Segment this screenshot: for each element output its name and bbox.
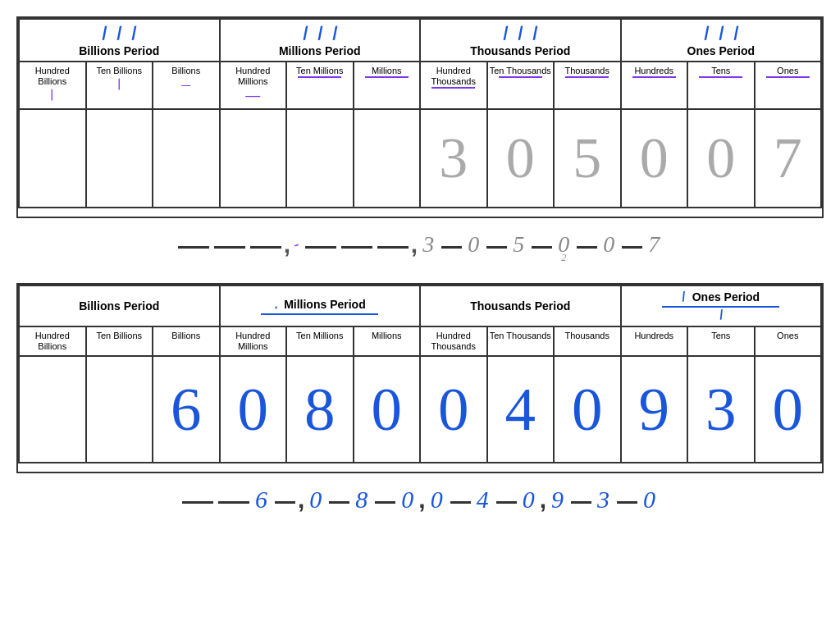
- thousands-period-1: / / / Thousands Period: [420, 19, 621, 62]
- digit-ten-billions-1: [86, 109, 153, 208]
- millions-period-2: . Millions Period: [220, 285, 421, 326]
- digit-hundred-millions-1: [220, 109, 287, 208]
- col-tens-2: Tens: [687, 326, 755, 356]
- col-ones-1: Ones: [755, 62, 822, 109]
- blank-5: [341, 240, 372, 249]
- blank2-8: [571, 495, 591, 504]
- number-line-2: 6 , 0 8 0 , 0 4 0 , 9 3 0: [25, 486, 815, 514]
- col-hundreds-2: Hundreds: [621, 326, 688, 356]
- digit-ones-2: 0: [755, 356, 822, 463]
- thousands-period-2: Thousands Period: [420, 285, 621, 326]
- digit-ones-1: 7: [755, 109, 822, 208]
- digit-ten-millions-1: [286, 109, 354, 208]
- blank-9: [532, 240, 552, 249]
- col-hundred-thousands-2: Hundred Thousands: [420, 326, 487, 356]
- blank-8: [486, 240, 507, 249]
- digits-row-1: 3 0 5 0 0 7: [19, 109, 821, 208]
- blank2-4: [329, 495, 349, 504]
- digits-row-2: 6 0 8 0 0 4 0 9 3 0: [19, 356, 821, 463]
- place-value-table-1: / / / Billions Period / / / Millions Per…: [18, 18, 822, 208]
- digit-hundred-billions-1: [19, 109, 86, 208]
- blank2-3: [275, 495, 295, 504]
- blank-7: [441, 240, 462, 249]
- col-thousands-1: Thousands: [554, 62, 621, 109]
- col-ten-thousands-1: Ten Thousands: [487, 62, 555, 109]
- col-hundred-millions-2: Hundred Millions: [220, 326, 287, 356]
- blank-4: [305, 240, 336, 249]
- col-hundred-billions-2: Hundred Billions: [19, 326, 86, 356]
- period-header-row-2: Billions Period . Millions Period Thousa…: [19, 285, 821, 326]
- place-value-table-2: Billions Period . Millions Period Thousa…: [18, 285, 822, 463]
- ones-period-1: / / / Ones Period: [621, 19, 822, 62]
- digit-hundreds-1: 0: [621, 109, 688, 208]
- digit-billions-1: [153, 109, 220, 208]
- digit-tens-1: 0: [687, 109, 755, 208]
- col-ten-billions-2: Ten Billions: [86, 326, 153, 356]
- col-hundred-billions-1: Hundred Billions /: [19, 62, 86, 109]
- col-millions-2: Millions: [354, 326, 421, 356]
- digit-thousands-1: 5: [554, 109, 621, 208]
- period-header-row-1: / / / Billions Period / / / Millions Per…: [19, 19, 821, 62]
- digit-thousands-2: 0: [554, 356, 621, 463]
- blank2-7: [496, 495, 517, 504]
- digit-hundred-billions-2: [19, 356, 86, 463]
- billions-period-2: Billions Period: [19, 285, 220, 326]
- col-millions-1: Millions: [354, 62, 421, 109]
- digit-tens-2: 3: [687, 356, 755, 463]
- blank-3: [250, 240, 281, 249]
- digit-ten-thousands-1: 0: [487, 109, 555, 208]
- col-ten-millions-2: Ten Millions: [286, 326, 354, 356]
- col-billions-2: Billions: [153, 326, 220, 356]
- place-names-row-1: Hundred Billions / Ten Billions / Billio…: [19, 62, 821, 109]
- place-names-row-2: Hundred Billions Ten Billions Billions H…: [19, 326, 821, 356]
- digit-billions-2: 6: [153, 356, 220, 463]
- blank-10: [577, 240, 597, 249]
- billions-period-1: / / / Billions Period: [19, 19, 220, 62]
- number-line-1: , - , 3 0 5 0 2 0 7: [25, 231, 815, 258]
- digit-hundreds-2: 9: [621, 356, 688, 463]
- digit-ten-thousands-2: 4: [487, 356, 555, 463]
- blank2-6: [450, 495, 471, 504]
- digit-hundred-thousands-2: 0: [420, 356, 487, 463]
- blank-6: [377, 240, 409, 249]
- col-billions-1: Billions —: [153, 62, 220, 109]
- digit-millions-1: [354, 109, 421, 208]
- millions-period-1: / / / Millions Period: [220, 19, 421, 62]
- blank2-9: [617, 495, 637, 504]
- col-hundred-thousands-1: Hundred Thousands: [420, 62, 487, 109]
- col-ten-billions-1: Ten Billions /: [86, 62, 153, 109]
- ones-period-2: / Ones Period /: [621, 285, 822, 326]
- blank2-1: [182, 495, 213, 504]
- col-ten-thousands-2: Ten Thousands: [487, 326, 555, 356]
- digit-ten-millions-2: 8: [286, 356, 354, 463]
- blank-11: [622, 240, 642, 249]
- table1-container: / / / Billions Period / / / Millions Per…: [16, 16, 824, 218]
- col-hundred-millions-1: Hundred Millions —: [220, 62, 287, 109]
- col-thousands-2: Thousands: [554, 326, 621, 356]
- digit-ten-billions-2: [86, 356, 153, 463]
- table2-container: Billions Period . Millions Period Thousa…: [16, 283, 824, 473]
- col-ten-millions-1: Ten Millions: [286, 62, 354, 109]
- col-hundreds-1: Hundreds: [621, 62, 688, 109]
- blank2-2: [218, 495, 249, 504]
- blank-1: [178, 240, 209, 249]
- digit-millions-2: 0: [354, 356, 421, 463]
- digit-hundred-thousands-1: 3: [420, 109, 487, 208]
- col-tens-1: Tens: [687, 62, 755, 109]
- digit-hundred-millions-2: 0: [220, 356, 287, 463]
- col-ones-2: Ones: [755, 326, 822, 356]
- blank2-5: [375, 495, 395, 504]
- blank-2: [214, 240, 245, 249]
